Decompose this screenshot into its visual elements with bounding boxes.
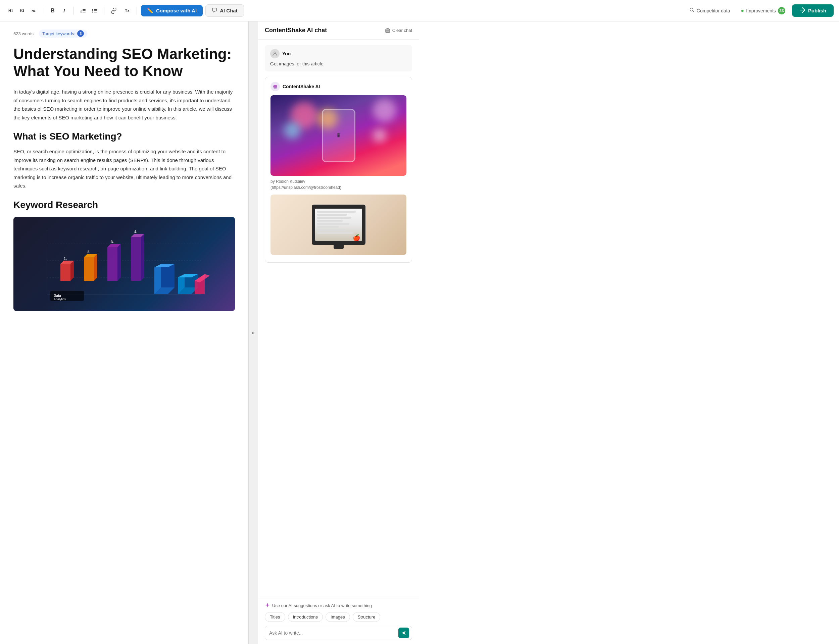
chat-header: ContentShake AI chat Clear chat: [258, 21, 419, 39]
chat-input-row: [265, 626, 412, 640]
clear-label: Clear chat: [392, 28, 412, 33]
clear-format-button[interactable]: Tx: [122, 5, 133, 16]
svg-marker-18: [61, 264, 71, 281]
svg-marker-36: [161, 264, 174, 288]
improvements-count-badge: 23: [778, 7, 785, 15]
heading-buttons: H1 H2 H3: [5, 5, 39, 16]
ai-name: ContentShake AI: [283, 84, 320, 89]
chat-user-header: You: [270, 49, 407, 58]
svg-marker-32: [141, 234, 144, 281]
toolbar: H1 H2 H3 B I 123 Tx ✏️ Compose with AI A…: [0, 0, 839, 21]
chip-images[interactable]: Images: [326, 612, 350, 622]
ai-icon: [270, 82, 280, 91]
article-intro[interactable]: In today's digital age, having a strong …: [13, 87, 235, 122]
search-icon: [689, 7, 695, 14]
svg-rect-2: [82, 12, 86, 12]
send-button[interactable]: [398, 628, 409, 638]
h2-button[interactable]: H2: [17, 5, 28, 16]
keywords-badge[interactable]: Target keywords: 3: [39, 30, 87, 38]
svg-text:4.: 4.: [134, 230, 137, 234]
svg-marker-24: [94, 254, 97, 281]
clear-chat-button[interactable]: Clear chat: [385, 28, 412, 33]
article-h2-1[interactable]: What is SEO Marketing?: [13, 131, 235, 142]
competitor-data-button[interactable]: Competitor data: [685, 5, 734, 16]
publish-button[interactable]: Publish: [792, 4, 834, 17]
unordered-list-button[interactable]: [89, 5, 100, 16]
svg-point-10: [92, 10, 93, 11]
chat-ai-header: ContentShake AI: [270, 82, 406, 91]
meta-bar: 523 words Target keywords: 3: [13, 30, 235, 38]
improvements-button[interactable]: ● Improvements 23: [737, 5, 789, 16]
publish-icon: [800, 7, 805, 14]
italic-button[interactable]: I: [59, 5, 69, 16]
svg-text:3: 3: [81, 11, 82, 13]
svg-rect-7: [94, 10, 97, 11]
svg-rect-8: [94, 12, 97, 12]
separator-1: [43, 7, 43, 15]
chat-footer: Use our AI suggestions or ask AI to writ…: [258, 598, 419, 644]
ai-chat-label: AI Chat: [220, 8, 238, 13]
monitor-lines: [317, 211, 360, 234]
separator-4: [137, 7, 137, 15]
compose-icon: ✏️: [147, 8, 153, 14]
ai-suggestions-label: Use our AI suggestions or ask AI to writ…: [265, 603, 412, 609]
user-message-text: Get images for this article: [270, 61, 407, 67]
list-buttons: 123: [78, 5, 100, 16]
improvements-icon: ●: [741, 8, 744, 14]
phone-shape: 📱: [322, 109, 355, 163]
h3-button[interactable]: H3: [28, 5, 39, 16]
suggestion-chips: Titles Introductions Images Structure: [265, 612, 412, 622]
ai-chat-button[interactable]: AI Chat: [206, 4, 244, 17]
clear-icon: [385, 28, 390, 33]
article-h2-2[interactable]: Keyword Research: [13, 200, 235, 210]
editor-area[interactable]: 523 words Target keywords: 3 Understandi…: [0, 21, 248, 644]
monitor-stand: [334, 244, 344, 249]
collapse-chevron-icon: »: [252, 330, 255, 336]
svg-marker-22: [84, 257, 94, 281]
improvements-label: Improvements: [746, 8, 776, 13]
svg-text:Analytics: Analytics: [54, 297, 66, 301]
separator-3: [104, 7, 104, 15]
competitor-label: Competitor data: [697, 8, 730, 13]
chip-introductions[interactable]: Introductions: [288, 612, 323, 622]
panel-collapse-button[interactable]: »: [248, 21, 258, 644]
monitor-visual: 🍎: [270, 195, 406, 255]
main-layout: 523 words Target keywords: 3 Understandi…: [0, 21, 839, 644]
publish-label: Publish: [808, 8, 826, 13]
compose-label: Compose with AI: [156, 8, 197, 13]
ordered-list-button[interactable]: 123: [78, 5, 89, 16]
ai-chat-icon: [212, 7, 217, 14]
chat-image-2: 🍎: [270, 195, 406, 255]
chip-structure[interactable]: Structure: [353, 612, 380, 622]
bold-button[interactable]: B: [47, 5, 58, 16]
image-credit-1: by Rodion Kutsaiev (https://unsplash.com…: [270, 179, 406, 191]
suggestions-text: Use our AI suggestions or ask AI to writ…: [272, 603, 372, 608]
h1-button[interactable]: H1: [5, 5, 16, 16]
svg-rect-0: [82, 9, 86, 10]
svg-marker-26: [107, 247, 117, 281]
compose-ai-button[interactable]: ✏️ Compose with AI: [141, 5, 203, 16]
phone-visual: 📱: [270, 95, 406, 176]
chat-input[interactable]: [268, 628, 398, 638]
chat-image-1: 📱: [270, 95, 406, 176]
monitor-container: 🍎: [312, 205, 365, 245]
chip-titles[interactable]: Titles: [265, 612, 285, 622]
svg-rect-6: [94, 9, 97, 10]
apple-logo-icon: 🍎: [353, 234, 360, 242]
article-title[interactable]: Understanding SEO Marketing: What You Ne…: [13, 46, 235, 79]
separator-2: [74, 7, 74, 15]
word-count: 523 words: [13, 31, 34, 36]
chat-user-message: You Get images for this article: [265, 45, 412, 71]
svg-marker-20: [71, 261, 74, 281]
phone-screen-content: 📱: [336, 133, 341, 138]
svg-point-9: [92, 9, 93, 10]
keywords-label: Target keywords:: [42, 31, 75, 36]
svg-text:1.: 1.: [64, 256, 67, 261]
chat-messages: You Get images for this article ContentS…: [258, 39, 419, 598]
chat-title: ContentShake AI chat: [265, 27, 327, 34]
article-body-1[interactable]: SEO, or search engine optimization, is t…: [13, 147, 235, 190]
link-button[interactable]: [109, 5, 119, 16]
svg-text:Data: Data: [54, 294, 61, 297]
svg-text:3.: 3.: [111, 240, 114, 244]
svg-text:2.: 2.: [87, 250, 90, 254]
